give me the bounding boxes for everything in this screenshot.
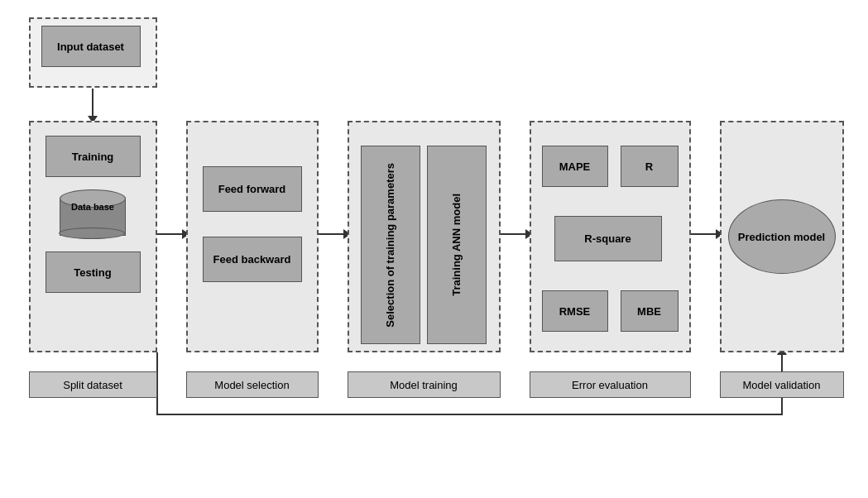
mbe-box: MBE [621, 290, 679, 332]
label-model-validation: Model validation [720, 371, 844, 398]
cylinder-bottom [59, 227, 125, 239]
testing-box: Testing [46, 251, 141, 293]
rmse-box: RMSE [542, 290, 608, 332]
prediction-model-ellipse: Prediction model [728, 199, 836, 274]
prediction-inner: Prediction model [720, 121, 844, 352]
label-error-eval: Error evaluation [530, 371, 691, 398]
diagram: Input dataset Training Data base Testing… [12, 9, 856, 489]
training-box: Training [46, 136, 141, 177]
input-dataset-box: Input dataset [41, 26, 141, 67]
ann-model-box: Training ANN model [427, 146, 487, 344]
database-cylinder: Data base [60, 189, 126, 239]
rsquare-box: R-square [554, 216, 662, 261]
input-dataset-label: Input dataset [57, 41, 124, 53]
selection-params-box: Selection of training parameters [361, 146, 420, 344]
error-inner: MAPE R R-square RMSE MBE [530, 121, 691, 352]
feed-inner: Feed forward Feed backward [186, 121, 319, 282]
label-model-selection: Model selection [186, 371, 319, 398]
label-split-dataset: Split dataset [29, 371, 157, 398]
label-model-training: Model training [348, 371, 501, 398]
feed-forward-box: Feed forward [203, 166, 302, 212]
mape-box: MAPE [542, 146, 608, 187]
feed-backward-box: Feed backward [203, 237, 302, 282]
training-stage-inner: Selection of training parameters Trainin… [348, 121, 501, 352]
split-inner: Training Data base Testing [29, 121, 157, 293]
r-box: R [621, 146, 679, 187]
cylinder-label: Data base [60, 202, 126, 213]
